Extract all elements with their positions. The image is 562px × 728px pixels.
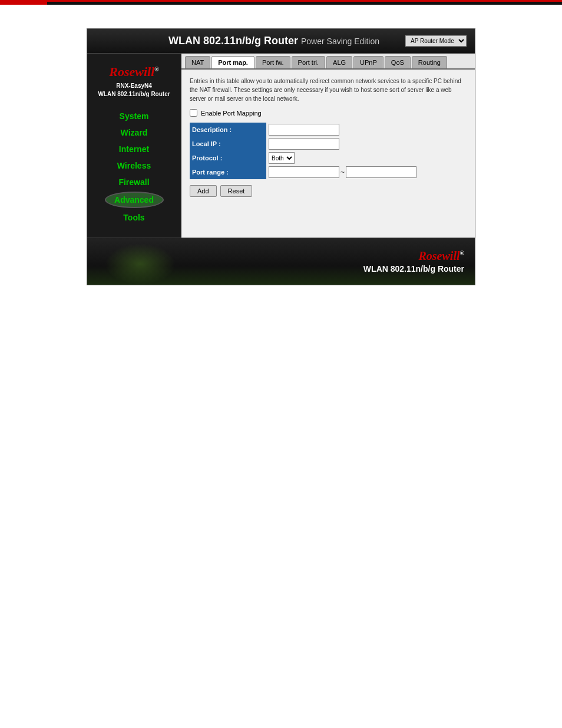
sidebar-model: RNX-EasyN4 WLAN 802.11n/b/g Router bbox=[98, 82, 170, 98]
main-content: Entries in this table allow you to autom… bbox=[181, 70, 475, 238]
local-ip-input[interactable] bbox=[269, 138, 339, 150]
sidebar-item-internet[interactable]: Internet bbox=[87, 141, 181, 157]
page-outer: WLAN 802.11n/b/g Router Power Saving Edi… bbox=[0, 5, 562, 321]
right-panel: NAT Port map. Port fw. Port tri. ALG UPn… bbox=[181, 54, 475, 238]
protocol-select[interactable]: BothTCPUDP bbox=[269, 152, 295, 164]
sidebar-item-wireless[interactable]: Wireless bbox=[87, 157, 181, 174]
router-ui: WLAN 802.11n/b/g Router Power Saving Edi… bbox=[87, 28, 475, 285]
local-ip-label: Local IP : bbox=[190, 137, 266, 151]
add-button[interactable]: Add bbox=[190, 185, 217, 197]
title-subtitle: Power Saving Edition bbox=[301, 37, 379, 46]
enable-label: Enable Port Mapping bbox=[201, 110, 262, 117]
footer-glow bbox=[105, 243, 176, 285]
sidebar-item-firewall[interactable]: Firewall bbox=[87, 174, 181, 190]
tab-alg[interactable]: ALG bbox=[326, 56, 352, 68]
tab-qos[interactable]: QoS bbox=[385, 56, 411, 68]
tab-port-tri[interactable]: Port tri. bbox=[292, 56, 325, 68]
tab-nat[interactable]: NAT bbox=[185, 56, 210, 68]
logo-area: Rosewill® RNX-EasyN4 WLAN 802.11n/b/g Ro… bbox=[93, 60, 174, 103]
port-range-row: Port range : ~ bbox=[190, 165, 419, 179]
sidebar-logo: Rosewill® bbox=[98, 64, 170, 80]
router-title: WLAN 802.11n/b/g Router Power Saving Edi… bbox=[143, 35, 405, 47]
sidebar-item-tools[interactable]: Tools bbox=[87, 209, 181, 226]
description-input[interactable] bbox=[269, 124, 339, 136]
description-label: Description : bbox=[190, 123, 266, 137]
top-bar bbox=[0, 0, 562, 5]
local-ip-row: Local IP : bbox=[190, 137, 419, 151]
router-body: Rosewill® RNX-EasyN4 WLAN 802.11n/b/g Ro… bbox=[87, 54, 475, 238]
sidebar-item-advanced-wrap: Advanced bbox=[87, 190, 181, 209]
description-row: Description : bbox=[190, 123, 419, 137]
enable-port-mapping-checkbox[interactable] bbox=[190, 109, 197, 117]
sidebar: Rosewill® RNX-EasyN4 WLAN 802.11n/b/g Ro… bbox=[87, 54, 181, 238]
port-range-start[interactable] bbox=[269, 166, 339, 178]
tab-port-map[interactable]: Port map. bbox=[211, 56, 254, 68]
protocol-label: Protocol : bbox=[190, 151, 266, 165]
sidebar-item-system[interactable]: System bbox=[87, 108, 181, 124]
sidebar-item-wizard[interactable]: Wizard bbox=[87, 124, 181, 141]
tab-upnp[interactable]: UPnP bbox=[353, 56, 384, 68]
tab-routing[interactable]: Routing bbox=[412, 56, 447, 68]
port-range-tilde: ~ bbox=[340, 168, 345, 176]
sidebar-item-advanced[interactable]: Advanced bbox=[105, 192, 164, 208]
enable-row: Enable Port Mapping bbox=[190, 109, 467, 117]
router-header: WLAN 802.11n/b/g Router Power Saving Edi… bbox=[87, 29, 475, 54]
description-text: Entries in this table allow you to autom… bbox=[190, 77, 467, 103]
footer-logo: Rosewill® bbox=[419, 249, 465, 263]
protocol-select-cell: BothTCPUDP bbox=[266, 151, 419, 165]
btn-row: Add Reset bbox=[190, 185, 467, 197]
tab-nav: NAT Port map. Port fw. Port tri. ALG UPn… bbox=[181, 54, 475, 70]
local-ip-input-cell bbox=[266, 137, 419, 151]
port-range-end[interactable] bbox=[346, 166, 416, 178]
reset-button[interactable]: Reset bbox=[220, 185, 253, 197]
port-range-label: Port range : bbox=[190, 165, 266, 179]
port-range-inputs: ~ bbox=[269, 166, 416, 178]
tab-port-fw[interactable]: Port fw. bbox=[256, 56, 290, 68]
mode-select[interactable]: AP Router Mode bbox=[405, 35, 467, 47]
title-main: WLAN 802.11n/b/g Router bbox=[168, 35, 301, 47]
port-range-input-cell: ~ bbox=[266, 165, 419, 179]
footer-model: WLAN 802.11n/b/g Router bbox=[363, 264, 464, 274]
protocol-row: Protocol : BothTCPUDP bbox=[190, 151, 419, 165]
router-footer: Rosewill® WLAN 802.11n/b/g Router bbox=[87, 238, 475, 285]
form-table: Description : Local IP : P bbox=[190, 123, 419, 179]
description-input-cell bbox=[266, 123, 419, 137]
